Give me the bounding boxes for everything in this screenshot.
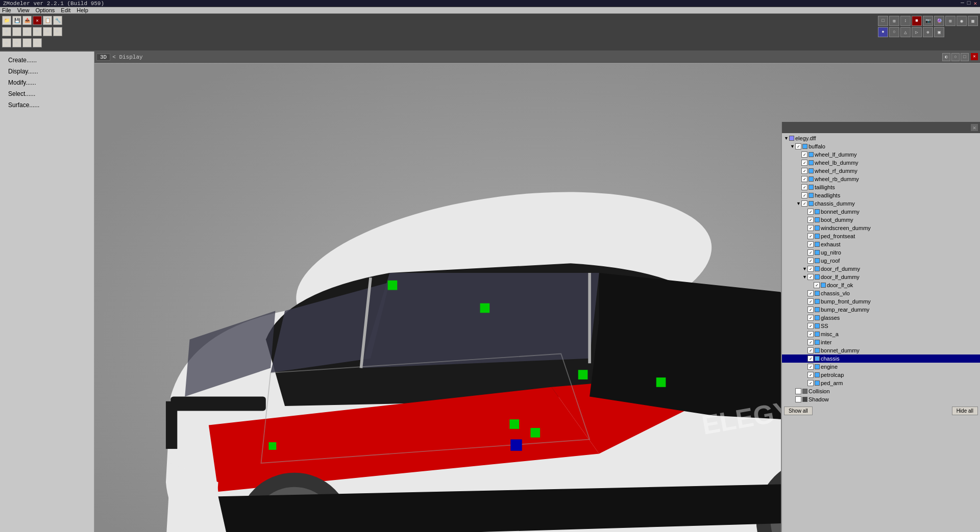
menu-edit[interactable]: Edit xyxy=(61,7,70,13)
ctrl-btn-7[interactable]: ⊞ xyxy=(945,16,955,26)
toolbar-btn-2[interactable]: 💾 xyxy=(12,16,21,25)
checkbox-ug-nitro[interactable] xyxy=(807,249,814,256)
checkbox-bump-front-dummy[interactable] xyxy=(807,298,814,305)
checkbox-buffalo[interactable] xyxy=(795,143,801,149)
checkbox-ss[interactable] xyxy=(807,323,814,329)
vp-icon-1[interactable]: ◐ xyxy=(942,53,950,61)
expand-icon-chassis-dummy[interactable]: ▼ xyxy=(796,201,801,206)
checkbox-ped-frontseat[interactable] xyxy=(807,233,814,239)
checkbox-wheel-lf-dummy[interactable] xyxy=(801,151,807,158)
checkbox-door-lf-ok[interactable] xyxy=(814,282,820,288)
menu-help[interactable]: Help xyxy=(77,7,88,13)
checkbox-headlights[interactable] xyxy=(801,192,807,198)
tree-item-boot-dummy[interactable]: boot_dummy xyxy=(782,216,980,224)
hide-all-btn[interactable]: Hide all xyxy=(952,407,978,415)
tree-item-wheel-lf-dummy[interactable]: wheel_lf_dummy xyxy=(782,150,980,159)
checkbox-inter[interactable] xyxy=(807,339,814,345)
menu-create[interactable]: Create... xyxy=(0,55,94,66)
tree-item-elegy-dff[interactable]: ▼elegy.dff xyxy=(782,134,980,142)
expand-icon-elegy-dff[interactable]: ▼ xyxy=(784,136,789,141)
tree-item-ug-roof[interactable]: ug_roof xyxy=(782,257,980,265)
tree-item-buffalo[interactable]: ▼buffalo xyxy=(782,142,980,150)
tree-item-bonnet-dummy-2[interactable]: bonnet_dummy xyxy=(782,346,980,354)
ctrl-btn-red[interactable]: ■ xyxy=(912,16,922,26)
ctrl-btn-2[interactable]: ⊞ xyxy=(889,16,899,26)
toolbar-btn-12[interactable]: ► xyxy=(53,27,62,36)
menu-file[interactable]: File xyxy=(2,7,11,13)
toolbar-btn-14[interactable]: ⊗ xyxy=(12,38,21,47)
tree-item-headlights[interactable]: headlights xyxy=(782,191,980,199)
tree-item-engine[interactable]: engine xyxy=(782,363,980,371)
checkbox-exhaust[interactable] xyxy=(807,241,814,247)
tree-item-ped-frontseat[interactable]: ped_frontseat xyxy=(782,232,980,240)
toolbar-btn-10[interactable]: ▼ xyxy=(33,27,42,36)
checkbox-collision[interactable] xyxy=(795,388,801,394)
toolbar-btn-7[interactable]: ● xyxy=(2,27,11,36)
hierarchy-close-btn[interactable]: ✕ xyxy=(971,124,978,131)
checkbox-windscreen-dummy[interactable] xyxy=(807,225,814,231)
tree-item-shadow[interactable]: Shadow xyxy=(782,395,980,403)
tree-item-wheel-rf-dummy[interactable]: wheel_rf_dummy xyxy=(782,167,980,175)
checkbox-bonnet-dummy-2[interactable] xyxy=(807,347,814,353)
toolbar-btn-9[interactable]: ▲ xyxy=(22,27,32,36)
ctrl-btn-active[interactable]: ● xyxy=(878,27,888,37)
checkbox-chassis[interactable] xyxy=(807,356,814,362)
vp-icon-2[interactable]: ○ xyxy=(951,53,960,61)
tree-item-windscreen-dummy[interactable]: windscreen_dummy xyxy=(782,224,980,232)
toolbar-btn-4[interactable]: ✕ xyxy=(33,16,42,25)
menu-display[interactable]: Display... xyxy=(0,66,94,77)
ctrl-btn-3[interactable]: ↕ xyxy=(900,16,911,26)
toolbar-btn-1[interactable]: 📁 xyxy=(2,16,11,25)
ctrl-btn-13[interactable]: ▷ xyxy=(912,27,922,37)
checkbox-wheel-rb-dummy[interactable] xyxy=(801,176,807,182)
maximize-btn[interactable]: □ xyxy=(967,0,971,7)
tree-item-chassis-dummy[interactable]: ▼chassis_dummy xyxy=(782,199,980,208)
checkbox-engine[interactable] xyxy=(807,364,814,370)
minimize-btn[interactable]: ─ xyxy=(961,0,964,7)
tree-item-misc-a[interactable]: misc_a xyxy=(782,330,980,338)
checkbox-chassis-vlo[interactable] xyxy=(807,290,814,296)
checkbox-ug-roof[interactable] xyxy=(807,258,814,264)
toolbar-btn-8[interactable]: ○ xyxy=(12,27,21,36)
checkbox-bonnet-dummy-1[interactable] xyxy=(807,209,814,215)
tree-item-exhaust[interactable]: exhaust xyxy=(782,240,980,248)
expand-icon-buffalo[interactable]: ▼ xyxy=(790,144,795,149)
tree-item-wheel-lb-dummy[interactable]: wheel_lb_dummy xyxy=(782,159,980,167)
menu-surface[interactable]: Surface... xyxy=(0,99,94,111)
ctrl-btn-9[interactable]: ▦ xyxy=(968,16,978,26)
toolbar-btn-5[interactable]: 📋 xyxy=(43,16,52,25)
checkbox-glasses[interactable] xyxy=(807,315,814,321)
close-btn[interactable]: ✕ xyxy=(973,0,977,7)
checkbox-wheel-lb-dummy[interactable] xyxy=(801,160,807,166)
checkbox-chassis-dummy[interactable] xyxy=(801,200,807,207)
ctrl-btn-8[interactable]: ◉ xyxy=(957,16,967,26)
ctrl-btn-14[interactable]: ⊕ xyxy=(923,27,933,37)
ctrl-btn-11[interactable]: ○ xyxy=(889,27,899,37)
ctrl-btn-15[interactable]: ▣ xyxy=(934,27,944,37)
ctrl-btn-5[interactable]: 📷 xyxy=(923,16,933,26)
tree-item-bump-front-dummy[interactable]: bump_front_dummy xyxy=(782,297,980,306)
menu-options[interactable]: Options xyxy=(35,7,55,13)
checkbox-door-lf-dummy[interactable] xyxy=(807,274,814,280)
viewport-close-btn[interactable]: ✕ xyxy=(971,53,978,60)
tree-item-inter[interactable]: inter xyxy=(782,338,980,346)
menu-select[interactable]: Select... xyxy=(0,88,94,99)
checkbox-shadow[interactable] xyxy=(795,396,801,402)
menu-modify[interactable]: Modify... xyxy=(0,77,94,88)
checkbox-boot-dummy[interactable] xyxy=(807,217,814,223)
tree-item-chassis[interactable]: chassis xyxy=(782,354,980,363)
tree-item-collision[interactable]: Collision xyxy=(782,387,980,395)
toolbar-btn-13[interactable]: ⊕ xyxy=(2,38,11,47)
toolbar-btn-6[interactable]: 🔧 xyxy=(53,16,62,25)
checkbox-petrolcap[interactable] xyxy=(807,372,814,378)
tree-item-chassis-vlo[interactable]: chassis_vlo xyxy=(782,289,980,297)
tree-item-bonnet-dummy-1[interactable]: bonnet_dummy xyxy=(782,208,980,216)
checkbox-taillights[interactable] xyxy=(801,184,807,190)
checkbox-misc-a[interactable] xyxy=(807,331,814,337)
expand-icon-door-rf-dummy[interactable]: ▼ xyxy=(802,266,807,271)
toolbar-btn-16[interactable]: ↻ xyxy=(33,38,42,47)
vp-icon-3[interactable]: □ xyxy=(961,53,969,61)
checkbox-ped-arm[interactable] xyxy=(807,380,814,386)
tree-item-bump-rear-dummy[interactable]: bump_rear_dummy xyxy=(782,306,980,314)
tree-item-door-rf-dummy[interactable]: ▼door_rf_dummy xyxy=(782,265,980,273)
